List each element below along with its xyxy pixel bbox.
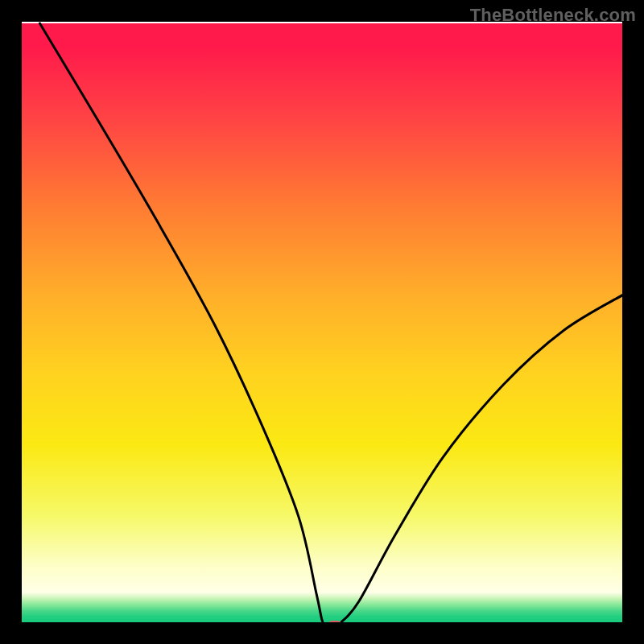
gradient-background — [22, 23, 624, 625]
plot-area — [11, 11, 634, 634]
watermark-label: TheBottleneck.com — [470, 5, 636, 26]
bottleneck-chart — [0, 0, 644, 644]
chart-container: TheBottleneck.com — [0, 0, 644, 644]
